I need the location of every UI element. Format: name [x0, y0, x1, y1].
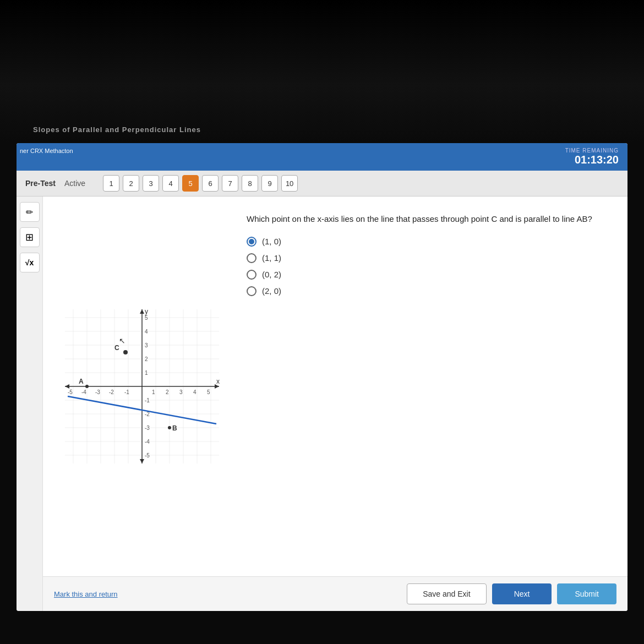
q-num-8[interactable]: 8 — [242, 175, 258, 192]
top-bar: TIME REMAINING 01:13:20 — [17, 143, 627, 171]
q-num-1[interactable]: 1 — [103, 175, 119, 192]
q-num-6[interactable]: 6 — [202, 175, 219, 192]
time-label: TIME REMAINING — [565, 148, 619, 154]
q-num-5[interactable]: 5 — [182, 175, 199, 192]
page-title-partial: Slopes of Parallel and Perpendicular Lin… — [33, 125, 201, 134]
q-num-10[interactable]: 10 — [281, 175, 298, 192]
answer-options: (1, 0) (1, 1) (0, 2) — [247, 237, 616, 296]
q-num-9[interactable]: 9 — [261, 175, 278, 192]
save-exit-button[interactable]: Save and Exit — [407, 583, 486, 604]
radio-2[interactable] — [247, 253, 256, 263]
svg-text:2: 2 — [145, 356, 148, 362]
svg-text:4: 4 — [145, 329, 148, 335]
time-value: 01:13:20 — [565, 154, 619, 166]
bottom-bar: Mark this and return Save and Exit Next … — [43, 576, 627, 611]
svg-text:C: C — [114, 344, 119, 352]
answer-label-1: (1, 0) — [262, 237, 281, 246]
svg-point-53 — [168, 426, 171, 429]
answer-option-4[interactable]: (2, 0) — [247, 286, 616, 296]
svg-text:B: B — [172, 424, 177, 432]
q-num-3[interactable]: 3 — [143, 175, 159, 192]
svg-text:-5: -5 — [68, 389, 73, 395]
q-num-7[interactable]: 7 — [222, 175, 238, 192]
answer-label-4: (2, 0) — [262, 286, 281, 296]
answer-label-2: (1, 1) — [262, 253, 281, 263]
answer-option-1[interactable]: (1, 0) — [247, 237, 616, 247]
mark-return-link[interactable]: Mark this and return — [54, 590, 118, 598]
radio-3[interactable] — [247, 270, 256, 280]
svg-text:-5: -5 — [145, 452, 150, 459]
svg-text:-1: -1 — [124, 389, 129, 395]
svg-text:5: 5 — [145, 315, 148, 321]
next-button[interactable]: Next — [492, 583, 552, 604]
radio-1[interactable] — [247, 237, 256, 247]
answer-option-2[interactable]: (1, 1) — [247, 253, 616, 263]
svg-text:3: 3 — [179, 389, 183, 395]
svg-text:-4: -4 — [145, 439, 150, 445]
q-num-2[interactable]: 2 — [123, 175, 139, 192]
radio-4[interactable] — [247, 286, 256, 296]
q-num-4[interactable]: 4 — [162, 175, 179, 192]
svg-text:2: 2 — [166, 389, 169, 395]
svg-text:3: 3 — [145, 342, 148, 348]
main-content: ✏ ⊞ √x — [17, 197, 627, 611]
answer-option-3[interactable]: (0, 2) — [247, 270, 616, 280]
content-area: x y 1 2 3 4 5 -1 -2 -3 -4 -5 — [43, 197, 627, 611]
svg-point-55 — [123, 350, 128, 354]
sub-bar: Pre-Test Active 1 2 3 4 5 6 7 8 9 10 — [17, 171, 627, 197]
question-area: x y 1 2 3 4 5 -1 -2 -3 -4 -5 — [43, 197, 627, 576]
coordinate-graph: x y 1 2 3 4 5 -1 -2 -3 -4 -5 — [59, 304, 225, 469]
svg-text:1: 1 — [145, 370, 148, 376]
svg-text:-2: -2 — [109, 389, 114, 395]
svg-text:x: x — [216, 378, 220, 385]
question-text: Which point on the x-axis lies on the li… — [247, 213, 616, 226]
formula-tool-button[interactable]: √x — [20, 253, 40, 272]
radio-inner-1 — [249, 239, 254, 244]
calculator-tool-button[interactable]: ⊞ — [20, 227, 40, 247]
tools-sidebar: ✏ ⊞ √x — [17, 197, 43, 611]
svg-marker-27 — [140, 459, 144, 463]
app-window: TIME REMAINING 01:13:20 Pre-Test Active … — [17, 143, 627, 611]
svg-point-51 — [85, 385, 89, 388]
svg-marker-25 — [140, 309, 144, 314]
svg-text:5: 5 — [207, 389, 210, 395]
svg-text:1: 1 — [152, 389, 155, 395]
svg-text:-1: -1 — [145, 397, 150, 403]
graph-container: x y 1 2 3 4 5 -1 -2 -3 -4 -5 — [54, 208, 230, 565]
submit-button[interactable]: Submit — [557, 583, 616, 604]
svg-text:↖: ↖ — [119, 336, 125, 345]
svg-text:4: 4 — [193, 389, 197, 395]
svg-text:A: A — [79, 378, 84, 385]
question-text-area: Which point on the x-axis lies on the li… — [247, 208, 616, 565]
svg-text:y: y — [145, 308, 148, 315]
svg-text:-3: -3 — [145, 425, 150, 431]
pre-test-label: Pre-Test — [25, 179, 56, 188]
bottom-buttons: Save and Exit Next Submit — [407, 583, 616, 604]
question-numbers: 1 2 3 4 5 6 7 8 9 10 — [103, 175, 298, 192]
time-remaining-block: TIME REMAINING 01:13:20 — [565, 148, 619, 166]
pencil-tool-button[interactable]: ✏ — [20, 202, 40, 222]
svg-text:-3: -3 — [95, 389, 100, 395]
answer-label-3: (0, 2) — [262, 270, 281, 279]
svg-text:-4: -4 — [81, 389, 86, 395]
svg-marker-26 — [65, 384, 69, 389]
active-label: Active — [64, 179, 85, 188]
crx-label: ner CRX Methacton — [20, 148, 73, 154]
